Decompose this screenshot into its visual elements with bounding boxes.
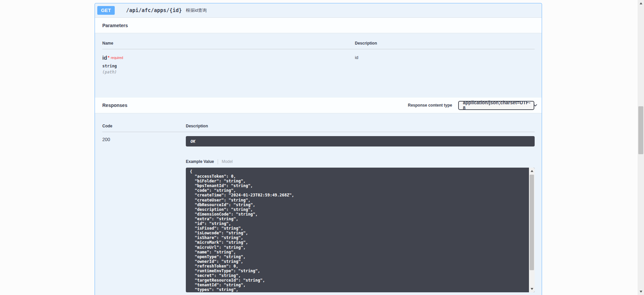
endpoint-summary-text: 根据id查询 [186, 7, 207, 13]
required-star: * [108, 55, 109, 60]
page-scroll-down-icon[interactable] [638, 289, 644, 294]
parameters-col-description: Description [355, 41, 377, 46]
operation-block-get: GET /api/afc/apps/{id} 根据id查询 Parameters… [95, 3, 542, 295]
response-description-bar: OK [186, 136, 535, 146]
parameters-table: Name Description id*required string (pat… [95, 33, 542, 98]
parameters-table-head: Name Description [102, 41, 535, 49]
chevron-down-icon [533, 103, 538, 108]
page-scrollbar[interactable] [638, 0, 644, 295]
parameters-col-name: Name [102, 41, 355, 46]
page-scroll-up-icon[interactable] [638, 1, 644, 6]
operation-summary[interactable]: GET /api/afc/apps/{id} 根据id查询 [95, 3, 542, 18]
responses-table-head: Code Description [102, 124, 535, 132]
code-scrollbar-thumb[interactable] [530, 175, 534, 270]
http-method-badge[interactable]: GET [97, 6, 115, 15]
parameter-type: string [102, 64, 355, 68]
responses-title: Responses [102, 103, 127, 108]
parameters-title: Parameters [102, 23, 128, 28]
tab-example-value[interactable]: Example Value [186, 159, 214, 164]
example-value-code-block: { "accessToken": 0, "biFolder": "string"… [186, 168, 535, 292]
required-label: required [111, 56, 123, 60]
endpoint-path: /api/afc/apps/{id} [126, 7, 182, 13]
responses-table: Code Description 200 OK Example Value Mo… [95, 113, 542, 292]
parameter-description: id [355, 55, 358, 74]
response-content-type-value: application/json;charset=UTF-8 [463, 100, 530, 111]
responses-col-code: Code [102, 124, 186, 128]
response-message: OK [191, 139, 195, 144]
tab-divider [218, 159, 218, 164]
response-content-type-select[interactable]: application/json;charset=UTF-8 [458, 101, 534, 110]
responses-section-header: Responses Response content type applicat… [95, 98, 542, 113]
parameter-row: id*required string (path) id [102, 49, 535, 74]
scroll-up-icon[interactable] [529, 168, 535, 174]
example-json: { "accessToken": 0, "biFolder": "string"… [186, 168, 535, 292]
example-model-tabs: Example Value Model [186, 159, 535, 164]
parameter-name: id*required [102, 55, 355, 61]
tab-model[interactable]: Model [222, 159, 233, 164]
scroll-down-icon[interactable] [529, 286, 535, 292]
response-code: 200 [102, 136, 186, 292]
response-content-type-control: Response content type application/json;c… [408, 101, 534, 110]
response-row-200: 200 OK Example Value Model { "accessToke… [102, 136, 535, 292]
response-content-type-label: Response content type [408, 103, 452, 108]
parameter-location: (path) [102, 70, 355, 74]
parameters-section-header: Parameters [95, 18, 542, 33]
page-scrollbar-thumb[interactable] [638, 106, 643, 154]
responses-col-description: Description [186, 124, 208, 128]
code-scrollbar[interactable] [529, 168, 535, 292]
